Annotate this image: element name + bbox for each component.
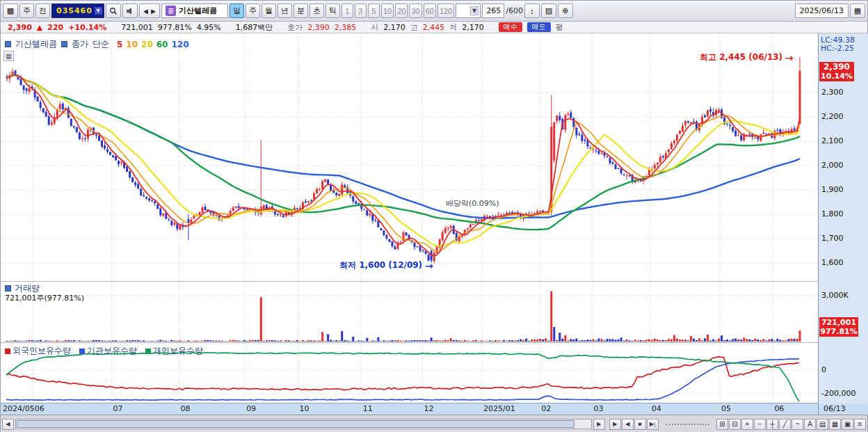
legend-marker-icon xyxy=(5,285,11,291)
prev-next-stock-button[interactable]: ◄► xyxy=(139,3,160,18)
period-button-월[interactable]: 월 xyxy=(262,3,276,18)
play-button[interactable]: ▶ xyxy=(609,419,621,430)
current-volume-badge: 721,001 977.81% xyxy=(819,317,858,337)
subperiod-button-초[interactable]: 초 xyxy=(310,3,324,18)
scale-toggle-button[interactable]: ↕ xyxy=(524,3,540,18)
svg-text:03: 03 xyxy=(593,404,603,413)
mini-grid-button[interactable]: ▦ xyxy=(3,51,14,61)
svg-text:04: 04 xyxy=(652,404,661,413)
grid-layout-icon[interactable]: ⊞ xyxy=(716,419,728,430)
step-back-button[interactable]: ◀ xyxy=(622,419,634,430)
zoom-in-icon[interactable]: + xyxy=(741,419,753,430)
subperiod-button-분[interactable]: 분 xyxy=(294,3,308,18)
badge-volume-pct: 977.81% xyxy=(819,327,858,336)
chart-style-icon[interactable]: ▦ xyxy=(829,419,841,430)
svg-text:06: 06 xyxy=(774,404,784,413)
legend-ma-period: 5 xyxy=(117,40,122,49)
ownership-legend-item: 외국인보유수량 xyxy=(5,345,71,357)
bid-price: 2,390 xyxy=(307,23,330,32)
indicator-list-icon[interactable]: ▤ xyxy=(817,419,828,430)
all-market-button[interactable]: 전 xyxy=(35,3,50,18)
legend-ma-periods: 5102060120 xyxy=(113,40,189,49)
stop-button[interactable]: ■ xyxy=(634,419,646,430)
scrollbar-thumb[interactable] xyxy=(17,420,574,428)
crosshair-icon[interactable]: ┼ xyxy=(766,419,778,430)
compare-chart-button[interactable]: ▨ xyxy=(541,3,556,18)
price-info-bar: 2,390 ▲ 220 +10.14% 721,001 977.81% 4.95… xyxy=(1,22,867,33)
buy-button[interactable]: 매수 xyxy=(499,22,522,32)
price-change: 220 xyxy=(47,23,63,32)
trendline-icon[interactable]: ╱ xyxy=(779,419,791,430)
price-axis-tick: 1,800 xyxy=(821,209,844,218)
chevron-down-icon[interactable]: ▼ xyxy=(95,7,102,15)
legend-price-type: 종가 xyxy=(72,38,88,50)
chart-type-dropdown[interactable]: ▼ xyxy=(456,3,481,18)
interval-button-20[interactable]: 20 xyxy=(395,3,408,18)
wave-tool-icon[interactable]: ~ xyxy=(791,419,803,430)
period-button-주[interactable]: 주 xyxy=(246,3,260,18)
quote-label: 호가 xyxy=(287,22,303,33)
annotation-dividend: 배당락(0.09%) xyxy=(446,198,499,209)
chart-menu-icon[interactable]: ≡ xyxy=(854,419,866,430)
price-change-pct: +10.14% xyxy=(68,23,106,32)
legend-marker-icon xyxy=(5,41,11,47)
ownership-axis-tick: 0 xyxy=(821,365,826,374)
badge-volume: 721,001 xyxy=(819,318,858,327)
last-date-label: 06/13 xyxy=(823,404,846,413)
calendar-button[interactable]: ▦ xyxy=(850,3,865,18)
chart-canvas[interactable]: 2024/05060708091011122025/010203040506 xyxy=(1,33,818,415)
stock-code-value: 035460 xyxy=(56,6,93,15)
stock-code-combo[interactable]: 035460 ▼ xyxy=(51,3,104,18)
date-input[interactable]: 2025/06/13 xyxy=(795,3,849,18)
bar-count-input[interactable]: 265 xyxy=(482,3,504,18)
current-price: 2,390 xyxy=(8,23,32,32)
scroll-left-button[interactable]: ◀ xyxy=(2,419,14,430)
interval-buttons: 13510203060120 xyxy=(341,3,454,18)
text-tool-icon[interactable]: A xyxy=(804,419,816,430)
svg-text:08: 08 xyxy=(181,404,191,413)
low-price: 2,170 xyxy=(462,23,484,32)
avg-button[interactable]: 평 xyxy=(556,22,563,33)
window-menu-button[interactable]: ▩ xyxy=(3,3,18,18)
statusbar: ◀ ▶ ▶◀■▶| ⊞⊟+−┼╱~A▤▦▣≡ xyxy=(1,415,867,432)
ownership-axis-tick: -200,000 xyxy=(821,389,855,398)
interval-button-3[interactable]: 3 xyxy=(355,3,367,18)
week-toggle-button[interactable]: 주 xyxy=(19,3,34,18)
subperiod-button-틱[interactable]: 틱 xyxy=(326,3,340,18)
search-icon xyxy=(109,7,118,15)
ownership-legend-label: 외국인보유수량 xyxy=(13,345,71,357)
scroll-right-button[interactable]: ▶ xyxy=(593,419,605,430)
high-label: 고 xyxy=(410,22,418,33)
svg-text:11: 11 xyxy=(363,404,373,413)
alert-sound-button[interactable] xyxy=(122,3,138,18)
period-button-년[interactable]: 년 xyxy=(278,3,292,18)
panel-layout-icon[interactable]: ⊟ xyxy=(729,419,741,430)
stock-search-button[interactable] xyxy=(106,3,121,18)
legend-ma-period: 10 xyxy=(126,40,138,49)
interval-button-120[interactable]: 120 xyxy=(437,3,454,18)
interval-button-5[interactable]: 5 xyxy=(368,3,380,18)
svg-text:10: 10 xyxy=(300,404,310,413)
svg-text:07: 07 xyxy=(113,404,123,413)
go-end-button[interactable]: ▶| xyxy=(647,419,659,430)
turnover-ratio: 4.95% xyxy=(197,23,221,32)
chart-area: 2024/05060708091011122025/010203040506 기… xyxy=(1,33,868,415)
period-button-일[interactable]: 일 xyxy=(230,3,244,18)
right-arrow-icon: → xyxy=(785,52,794,63)
legend-ma-period: 60 xyxy=(156,40,168,49)
split-panel-icon[interactable]: ▣ xyxy=(842,419,853,430)
interval-button-60[interactable]: 60 xyxy=(424,3,436,18)
price-axis-tick: 1,600 xyxy=(821,258,844,267)
zoom-out-icon[interactable]: − xyxy=(754,419,766,430)
interval-button-30[interactable]: 30 xyxy=(409,3,421,18)
chart-scrollbar[interactable] xyxy=(15,419,592,429)
sell-button[interactable]: 매도 xyxy=(527,22,551,32)
splitter-handle[interactable] xyxy=(666,424,709,425)
interval-button-1[interactable]: 1 xyxy=(341,3,353,18)
annotation-high: 최고 2,445 (06/13) → xyxy=(700,51,794,63)
interval-button-10[interactable]: 10 xyxy=(381,3,394,18)
svg-text:12: 12 xyxy=(424,404,434,413)
price-axis-tick: 2,100 xyxy=(821,136,844,145)
settings-button[interactable]: ⊕ xyxy=(558,3,573,18)
volume-ratio: 977.81% xyxy=(158,23,192,32)
